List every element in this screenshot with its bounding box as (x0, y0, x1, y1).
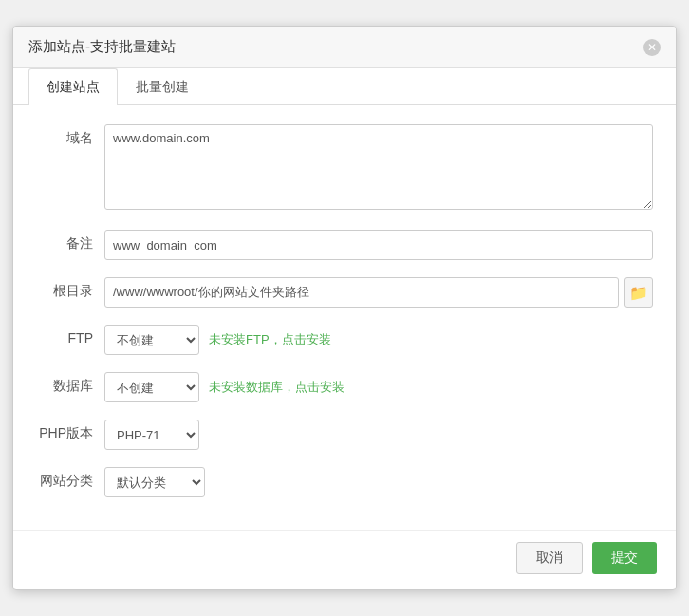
php-row: PHP版本 PHP-71 PHP-72 PHP-73 PHP-74 PHP-80 (36, 420, 653, 450)
submit-button[interactable]: 提交 (592, 542, 657, 574)
folder-browse-button[interactable]: 📁 (624, 277, 653, 308)
ftp-install-link[interactable]: 未安装FTP，点击安装 (209, 331, 331, 348)
close-button[interactable]: ✕ (643, 39, 661, 56)
php-control: PHP-71 PHP-72 PHP-73 PHP-74 PHP-80 (104, 420, 653, 450)
rootdir-label: 根目录 (36, 277, 104, 300)
category-control: 默认分类 (104, 467, 653, 497)
add-site-dialog: 添加站点-支持批量建站 ✕ 创建站点 批量创建 域名 备注 根目录 (12, 26, 677, 590)
db-install-link[interactable]: 未安装数据库，点击安装 (209, 379, 344, 396)
domain-input[interactable] (104, 124, 653, 210)
folder-icon: 📁 (629, 284, 648, 302)
domain-label: 域名 (36, 124, 104, 147)
ftp-row: FTP 不创建 创建 未安装FTP，点击安装 (36, 325, 653, 355)
db-select[interactable]: 不创建 创建 (104, 372, 199, 402)
cancel-button[interactable]: 取消 (516, 542, 583, 574)
domain-control (104, 124, 653, 213)
rootdir-input[interactable] (104, 277, 619, 308)
rootdir-row: 根目录 📁 (36, 277, 653, 308)
dialog-footer: 取消 提交 (13, 530, 676, 589)
db-control: 不创建 创建 未安装数据库，点击安装 (104, 372, 653, 402)
tab-bar: 创建站点 批量创建 (13, 68, 676, 105)
ftp-control: 不创建 创建 未安装FTP，点击安装 (104, 325, 653, 355)
php-label: PHP版本 (36, 420, 104, 442)
remark-input[interactable] (104, 230, 653, 260)
db-select-row: 不创建 创建 未安装数据库，点击安装 (104, 372, 653, 402)
dialog-title-text: 添加站点-支持批量建站 (28, 38, 176, 56)
db-row: 数据库 不创建 创建 未安装数据库，点击安装 (36, 372, 653, 402)
remark-label: 备注 (36, 230, 104, 252)
rootdir-control: 📁 (104, 277, 653, 308)
domain-row: 域名 (36, 124, 653, 213)
tab-batch-create[interactable]: 批量创建 (118, 68, 207, 105)
php-select[interactable]: PHP-71 PHP-72 PHP-73 PHP-74 PHP-80 (104, 420, 199, 450)
remark-row: 备注 (36, 230, 653, 260)
db-label: 数据库 (36, 372, 104, 395)
ftp-select[interactable]: 不创建 创建 (104, 325, 199, 355)
category-row: 网站分类 默认分类 (36, 467, 653, 497)
tab-create-site[interactable]: 创建站点 (28, 68, 118, 105)
category-select[interactable]: 默认分类 (104, 467, 205, 497)
remark-control (104, 230, 653, 260)
ftp-label: FTP (36, 325, 104, 345)
dialog-header: 添加站点-支持批量建站 ✕ (13, 27, 676, 68)
form-body: 域名 备注 根目录 📁 (13, 105, 676, 530)
ftp-select-row: 不创建 创建 未安装FTP，点击安装 (104, 325, 653, 355)
category-label: 网站分类 (36, 467, 104, 490)
rootdir-input-row: 📁 (104, 277, 653, 308)
